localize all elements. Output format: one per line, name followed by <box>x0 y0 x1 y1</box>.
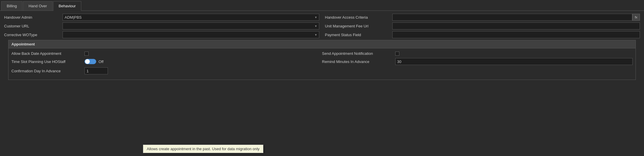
send-notification-label: Send Appointment Notification <box>322 51 395 56</box>
confirmation-day-row: Confirmation Day In Advance <box>11 67 633 74</box>
time-slot-toggle-thumb <box>85 59 90 64</box>
remind-minutes-label: Remind Minutes In Advance <box>322 59 395 64</box>
remind-minutes-right: Remind Minutes In Advance <box>322 58 633 65</box>
corrective-wo-left: Corrective WOType ▼ <box>4 31 325 38</box>
corrective-wo-dropdown-wrapper: ▼ <box>63 31 319 38</box>
customer-url-label: Customer URL <box>4 24 63 28</box>
unit-mgmt-input[interactable] <box>392 22 640 29</box>
time-slot-toggle-wrapper: Off <box>84 59 103 64</box>
handover-admin-left: Handover Admin ADM|PBS ▼ <box>4 14 325 21</box>
allow-back-date-checkbox[interactable] <box>84 52 89 56</box>
handover-access-input[interactable] <box>392 14 633 21</box>
allow-back-date-left: Allow Back Date Appointment <box>11 51 322 56</box>
remind-minutes-input[interactable] <box>395 58 633 65</box>
handover-access-right: Handover Access Criteria fx <box>325 14 640 21</box>
time-slot-label: Time Slot Planning Use HOStaff <box>11 59 84 64</box>
tab-handover[interactable]: Hand Over <box>23 1 53 10</box>
corrective-wo-dropdown[interactable] <box>63 31 319 38</box>
formula-icon-button[interactable]: fx <box>632 14 640 21</box>
tab-billing[interactable]: Billing <box>1 1 23 10</box>
handover-admin-dropdown[interactable]: ADM|PBS <box>63 14 319 21</box>
time-slot-left: Time Slot Planning Use HOStaff Off <box>11 59 322 64</box>
payment-status-input[interactable] <box>392 31 640 38</box>
unit-mgmt-label: Unit Management Fee Url <box>325 24 392 28</box>
corrective-wo-row: Corrective WOType ▼ Payment Status Field <box>4 31 640 38</box>
customer-url-dropdown[interactable] <box>63 22 319 29</box>
handover-access-label: Handover Access Criteria <box>325 15 392 20</box>
tab-behaviour[interactable]: Behaviour <box>53 1 82 11</box>
handover-admin-label: Handover Admin <box>4 15 63 20</box>
handover-admin-dropdown-wrapper: ADM|PBS ▼ <box>63 14 319 21</box>
time-slot-row: Time Slot Planning Use HOStaff Off Remin… <box>11 58 633 65</box>
appointment-section-header: Appointment <box>8 40 636 48</box>
tab-bar: Billing Hand Over Behaviour <box>0 0 644 11</box>
confirmation-day-input[interactable] <box>84 67 108 74</box>
payment-status-label: Payment Status Field <box>325 33 392 37</box>
send-notification-checkbox[interactable] <box>395 52 399 56</box>
time-slot-toggle-label: Off <box>99 59 103 64</box>
confirmation-day-label: Confirmation Day In Advance <box>11 69 84 73</box>
handover-admin-row: Handover Admin ADM|PBS ▼ Handover Access… <box>4 14 640 21</box>
allow-back-date-row: Allow Back Date Appointment Send Appoint… <box>11 51 633 56</box>
payment-status-right: Payment Status Field <box>325 31 640 38</box>
appointment-section: Appointment Allow Back Date Appointment … <box>8 40 636 80</box>
unit-mgmt-right: Unit Management Fee Url <box>325 22 640 29</box>
customer-url-row: Customer URL ▼ Unit Management Fee Url <box>4 22 640 29</box>
tooltip: Allows create appointment in the past. U… <box>143 145 263 153</box>
main-content: Handover Admin ADM|PBS ▼ Handover Access… <box>0 11 644 86</box>
time-slot-toggle[interactable] <box>84 59 96 64</box>
corrective-wo-label: Corrective WOType <box>4 33 63 37</box>
customer-url-left: Customer URL ▼ <box>4 22 325 29</box>
allow-back-date-label: Allow Back Date Appointment <box>11 51 84 56</box>
customer-url-dropdown-wrapper: ▼ <box>63 22 319 29</box>
send-notification-right: Send Appointment Notification <box>322 51 633 56</box>
appointment-section-body: Allow Back Date Appointment Send Appoint… <box>8 48 636 80</box>
confirmation-day-left: Confirmation Day In Advance <box>11 67 322 74</box>
